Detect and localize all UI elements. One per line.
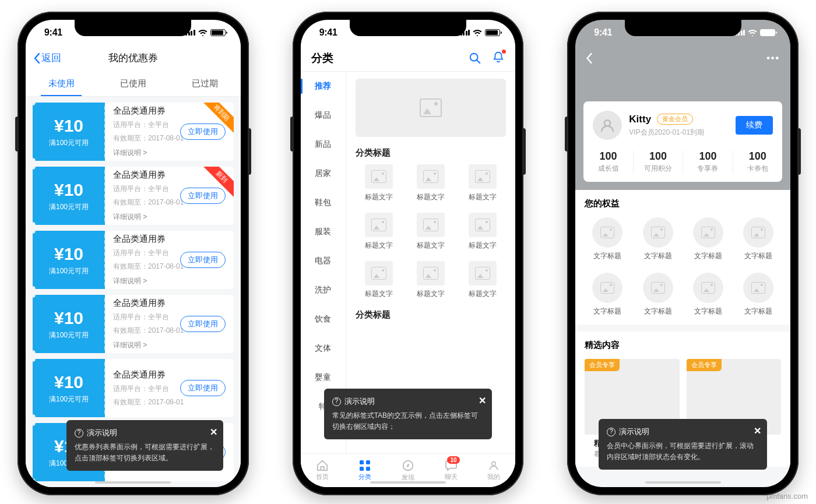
bell-button[interactable] <box>492 51 505 66</box>
side-item[interactable]: 婴童 <box>301 363 346 392</box>
notch <box>350 20 466 36</box>
tab-mine[interactable]: 我的 <box>473 454 516 487</box>
status-indicators <box>185 29 226 36</box>
back-button[interactable]: 返回 <box>34 51 61 65</box>
side-item[interactable]: 爆品 <box>301 101 346 130</box>
coupon-detail-link[interactable]: 详细说明 > <box>113 148 226 158</box>
side-item[interactable]: 鞋包 <box>301 188 346 217</box>
featured-tag: 会员专享 <box>687 359 722 371</box>
chevron-left-icon <box>34 53 40 64</box>
benefit-item[interactable]: 文字标题 <box>635 273 681 316</box>
tab-used[interactable]: 已使用 <box>97 71 169 96</box>
tip-close-button[interactable]: ✕ <box>479 393 486 408</box>
grid-item[interactable]: 标题文字 <box>356 213 403 251</box>
grid-item[interactable]: 标题文字 <box>459 164 506 202</box>
coupon-item[interactable]: ¥10满100元可用 全品类通用券适用平台：全平台有效期至：2017-08-01… <box>33 295 234 353</box>
user-name: Kitty <box>629 114 651 125</box>
side-item[interactable]: 饮食 <box>301 305 346 334</box>
grid-icon <box>359 460 371 471</box>
coupon-item[interactable]: ¥10满100元可用 全品类通用券适用平台：全平台有效期至：2017-08-01… <box>33 167 234 225</box>
tip-body: 优惠券列表界面示例，可根据需要进行扩展，点击顶部标签可切换列表区域。 <box>75 442 215 464</box>
home-indicator[interactable] <box>370 481 446 484</box>
tip-close-button[interactable]: ✕ <box>210 425 217 440</box>
stat-item[interactable]: 100卡券包 <box>733 150 782 174</box>
svg-point-8 <box>604 120 610 126</box>
side-item[interactable]: 新品 <box>301 130 346 159</box>
header: 分类 <box>301 45 516 71</box>
search-icon[interactable] <box>469 52 481 65</box>
section-title: 分类标题 <box>356 147 507 158</box>
wifi-icon <box>748 29 757 36</box>
demo-tip: ?演示说明 会员中心界面示例，可根据需要进行扩展，滚动内容区域时顶部状态会有变化… <box>599 419 767 470</box>
stat-item[interactable]: 100专享券 <box>683 150 732 174</box>
home-indicator[interactable] <box>645 481 721 484</box>
banner[interactable] <box>356 79 507 137</box>
renew-button[interactable]: 续费 <box>736 116 773 135</box>
section-title: 分类标题 <box>356 309 507 320</box>
grid-item[interactable]: 标题文字 <box>407 213 455 251</box>
coupon-item[interactable]: ¥10 满100元可用 全品类通用券 适用平台：全平台 有效期至：2017-08… <box>33 103 234 161</box>
grid-item[interactable]: 标题文字 <box>356 261 403 299</box>
benefits-grid: 文字标题 文字标题 文字标题 文字标题 文字标题 文字标题 文字标题 文字标题 <box>585 217 781 316</box>
grid-item[interactable]: 标题文字 <box>459 213 506 251</box>
navbar: ••• <box>575 45 790 71</box>
compass-icon <box>402 459 414 472</box>
screen: 9:41 返回 我的优惠券 未使用 已使用 已过期 ¥10 满 <box>26 20 241 487</box>
benefit-item[interactable]: 文字标题 <box>736 273 781 316</box>
side-item[interactable]: 洗护 <box>301 276 346 305</box>
stat-item[interactable]: 100可用积分 <box>633 150 683 174</box>
back-button[interactable] <box>586 53 593 64</box>
benefit-item[interactable]: 文字标题 <box>685 273 731 316</box>
grid-item[interactable]: 标题文字 <box>407 164 455 202</box>
grid-item[interactable]: 标题文字 <box>459 261 506 299</box>
tab-unused[interactable]: 未使用 <box>26 71 97 96</box>
tab-home[interactable]: 首页 <box>301 454 344 487</box>
phone-category: 9:41 分类 推荐 爆品 新品 居家 鞋包 服装 电器 洗护 <box>293 12 524 495</box>
side-item[interactable]: 电器 <box>301 246 346 276</box>
benefit-item[interactable]: 文字标题 <box>685 217 731 261</box>
more-button[interactable]: ••• <box>766 53 780 64</box>
use-button[interactable]: 立即使用 <box>180 124 226 140</box>
navbar: 返回 我的优惠券 <box>26 45 241 71</box>
section-title: 您的权益 <box>585 198 781 209</box>
notification-dot <box>502 50 506 54</box>
tab-expired[interactable]: 已过期 <box>169 71 241 96</box>
use-button[interactable]: 立即使用 <box>180 252 226 268</box>
stat-item[interactable]: 100成长值 <box>583 150 632 174</box>
wifi-icon <box>198 29 207 36</box>
chat-badge: 10 <box>447 456 459 464</box>
status-time: 9:41 <box>319 27 337 38</box>
use-button[interactable]: 立即使用 <box>180 380 226 396</box>
benefit-item[interactable]: 文字标题 <box>635 217 681 261</box>
grid-item[interactable]: 标题文字 <box>407 261 455 299</box>
svg-rect-3 <box>366 460 370 464</box>
side-item[interactable]: 居家 <box>301 159 346 188</box>
tip-close-button[interactable]: ✕ <box>754 424 761 439</box>
use-button[interactable]: 立即使用 <box>180 188 226 204</box>
demo-tip: ?演示说明 常见的标签式TAB的交互示例，点击左侧标签可切换右侧区域内容； ✕ <box>324 389 493 439</box>
avatar[interactable] <box>593 111 622 140</box>
notch <box>625 20 741 36</box>
member-card: Kitty黄金会员 VIP会员2020-01-01到期 续费 100成长值 10… <box>583 101 782 182</box>
side-item[interactable]: 服装 <box>301 217 346 246</box>
coupon-item[interactable]: ¥10满100元可用 全品类通用券适用平台：全平台有效期至：2017-08-01… <box>33 359 234 417</box>
use-button[interactable]: 立即使用 <box>180 316 226 332</box>
help-icon: ? <box>75 429 83 438</box>
benefit-item[interactable]: 文字标题 <box>585 273 630 316</box>
tip-title: ?演示说明 <box>75 427 215 439</box>
home-indicator[interactable] <box>95 481 171 484</box>
image-placeholder-icon <box>600 227 614 238</box>
member-tag: 黄金会员 <box>657 114 693 125</box>
grid-item[interactable]: 标题文字 <box>356 164 403 202</box>
benefit-item[interactable]: 文字标题 <box>736 217 781 261</box>
side-item[interactable]: 文体 <box>301 334 346 363</box>
phone-coupons: 9:41 返回 我的优惠券 未使用 已使用 已过期 ¥10 满 <box>17 12 249 495</box>
benefits-section: 您的权益 文字标题 文字标题 文字标题 文字标题 文字标题 文字标题 文字标题 … <box>575 190 790 325</box>
coupon-item[interactable]: ¥10满100元可用 全品类通用券适用平台：全平台有效期至：2017-08-01… <box>33 231 234 289</box>
page-title: 分类 <box>311 51 333 66</box>
side-item[interactable]: 推荐 <box>301 72 346 101</box>
watermark: pmfans.com <box>766 492 808 501</box>
featured-tag: 会员专享 <box>585 359 620 371</box>
benefit-item[interactable]: 文字标题 <box>585 217 630 261</box>
user-icon <box>599 117 616 134</box>
